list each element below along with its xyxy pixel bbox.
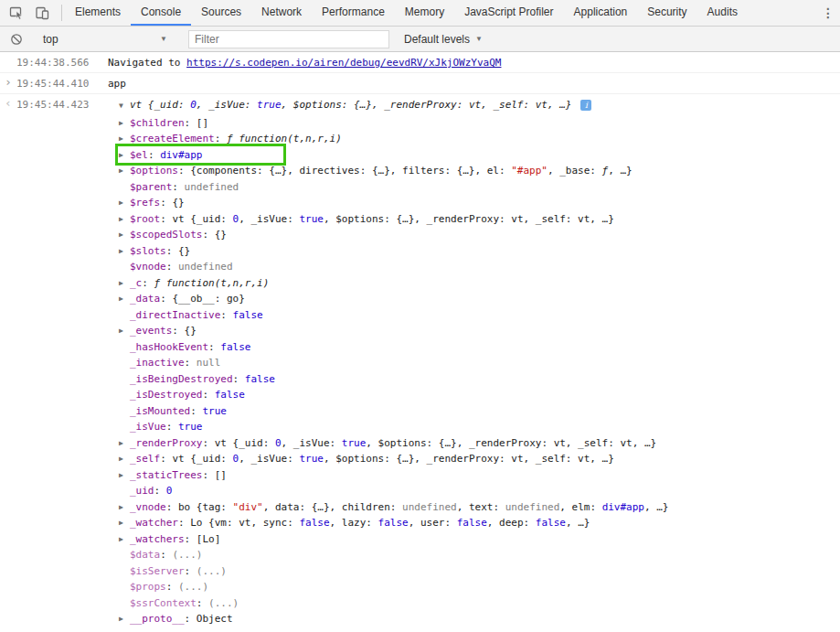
console-message: 19:44:38.566Navigated to https://s.codep… (0, 52, 840, 73)
colon-separator: : (202, 229, 214, 241)
tree-row[interactable]: ▶$refs: {} (16, 195, 833, 211)
getter-invoke-button[interactable]: (...) (197, 565, 227, 577)
input-expression: app (108, 78, 126, 90)
console-input-chevron-icon: › (5, 75, 12, 89)
expand-arrow-icon[interactable]: ▶ (119, 515, 130, 531)
expand-arrow-icon[interactable]: ▶ (119, 131, 130, 147)
expand-arrow-icon[interactable]: ▼ (119, 99, 130, 112)
getter-invoke-button[interactable]: (...) (178, 581, 208, 593)
expand-arrow-icon[interactable]: ▶ (119, 195, 130, 211)
tab-network[interactable]: Network (251, 0, 312, 26)
value-segment: , …} (566, 517, 590, 529)
colon-separator: : (160, 197, 172, 209)
expand-arrow-icon[interactable]: ▶ (119, 227, 130, 243)
tab-performance[interactable]: Performance (312, 0, 395, 26)
filter-input[interactable] (188, 30, 389, 48)
tree-row[interactable]: ▶_watcher: Lo {vm: vt, sync: false, lazy… (16, 515, 833, 531)
tab-security[interactable]: Security (637, 0, 696, 26)
property-name: _watcher (130, 517, 178, 529)
tab-application[interactable]: Application (564, 0, 638, 26)
property-name: _renderProxy (130, 437, 202, 449)
tree-row[interactable]: ▶_vnode: bo {tag: "div", data: {…}, chil… (16, 499, 833, 516)
property-name: $scopedSlots (130, 229, 202, 241)
expand-arrow-icon[interactable]: ▶ (119, 435, 130, 452)
value-segment: , _isVue: (197, 99, 257, 111)
tree-row[interactable]: ▶$root: vt {_uid: 0, _isVue: true, $opti… (16, 211, 833, 228)
console-link[interactable]: https://s.codepen.io/airen/debug/eevdRV/… (186, 57, 501, 69)
tree-row[interactable]: ▶$options: {components: {…}, directives:… (16, 163, 833, 179)
tree-row: _directInactive: false (16, 307, 833, 324)
tree-row: _isBeingDestroyed: false (16, 371, 833, 388)
tree-row[interactable]: ▶_c: ƒ function(t,n,r,i) (16, 275, 833, 292)
value-segment: false (536, 517, 566, 529)
tree-row[interactable]: ▶_data: {__ob__: go} (16, 291, 833, 307)
value-segment: vt {_uid: (215, 437, 275, 449)
expand-arrow-icon[interactable]: ▶ (119, 323, 130, 339)
tab-memory[interactable]: Memory (395, 0, 454, 26)
tree-row[interactable]: ▶$scopedSlots: {} (16, 227, 833, 243)
expand-arrow-icon[interactable]: ▶ (119, 611, 130, 627)
tab-audits[interactable]: Audits (697, 0, 748, 26)
tab-sources[interactable]: Sources (191, 0, 251, 26)
tree-row[interactable]: ▶$children: [] (16, 115, 833, 132)
value-segment: false (378, 517, 409, 529)
property-name: $refs (130, 197, 160, 209)
expand-arrow-icon[interactable]: ▶ (119, 275, 130, 292)
clear-console-icon[interactable] (4, 27, 29, 51)
property-name: _isDestroyed (130, 389, 202, 401)
value-segment: , data: {…}, children: (263, 501, 402, 513)
expand-arrow-icon[interactable]: ▶ (119, 163, 130, 179)
execution-context-select[interactable]: top ▼ (36, 29, 175, 49)
expand-arrow-icon[interactable]: ▶ (119, 291, 130, 307)
value-segment: "div" (233, 501, 263, 513)
tree-row[interactable]: ▶_renderProxy: vt {_uid: 0, _isVue: true… (16, 435, 833, 452)
execution-context-value: top (43, 33, 58, 46)
value-segment: , $options: {…}, _renderProxy: vt, _self… (366, 437, 656, 449)
log-levels-select[interactable]: Default levels ▼ (400, 29, 486, 49)
property-name: _isMounted (130, 405, 190, 417)
value-segment: true (178, 421, 203, 433)
expand-arrow-icon[interactable]: ▶ (119, 451, 130, 467)
value-segment: false (457, 517, 487, 529)
tree-row[interactable]: ▶_self: vt {_uid: 0, _isVue: true, $opti… (16, 451, 833, 467)
value-segment: , text: (457, 501, 505, 513)
log-levels-value: Default levels (404, 33, 470, 46)
tab-console[interactable]: Console (131, 0, 191, 26)
expand-arrow-icon[interactable]: ▶ (119, 531, 130, 548)
console-messages: 19:44:38.566Navigated to https://s.codep… (0, 52, 840, 630)
expand-arrow-icon[interactable]: ▶ (119, 467, 130, 484)
tree-row: $props: (...) (16, 579, 833, 595)
tab-javascript-profiler[interactable]: JavaScript Profiler (454, 0, 563, 26)
value-segment: false (245, 373, 275, 385)
colon-separator: : (190, 405, 202, 417)
colon-separator: : (160, 549, 172, 561)
value-segment: false (299, 517, 329, 529)
value-segment: "#app" (511, 165, 548, 177)
value-segment: undefined (402, 501, 457, 513)
colon-separator: : (172, 181, 184, 193)
device-toolbar-icon[interactable] (29, 1, 55, 25)
tree-row[interactable]: ▶__proto__: Object (16, 611, 833, 627)
expand-arrow-icon[interactable]: ▶ (119, 147, 130, 164)
getter-invoke-button[interactable]: (...) (208, 597, 239, 609)
expand-arrow-icon[interactable]: ▶ (119, 211, 130, 228)
colon-separator: : (185, 533, 197, 545)
property-name: $createElement (130, 133, 215, 145)
tree-row[interactable]: ▶$el: div#app (16, 147, 833, 164)
property-name: $ssrContext (130, 597, 197, 609)
tree-row[interactable]: ▶$slots: {} (16, 243, 833, 260)
inspect-cursor-icon[interactable] (4, 1, 29, 25)
value-segment: 0 (275, 437, 282, 449)
expand-arrow-icon[interactable]: ▶ (119, 115, 130, 132)
expand-arrow-icon[interactable]: ▶ (119, 243, 130, 260)
tree-row[interactable]: ▶_watchers: [Lo] (16, 531, 833, 548)
more-options-icon[interactable]: ⋮ (816, 0, 840, 26)
tree-row[interactable]: ▶_staticTrees: [] (16, 467, 833, 484)
tree-row[interactable]: ▶$createElement: ƒ function(t,n,r,i) (16, 131, 833, 147)
tree-row[interactable]: ▶_events: {} (16, 323, 833, 339)
value-segment: , $options: {…}, _renderProxy: vt, _self… (324, 453, 614, 465)
tab-elements[interactable]: Elements (65, 0, 131, 26)
expand-arrow-icon[interactable]: ▶ (119, 499, 130, 516)
getter-invoke-button[interactable]: (...) (172, 549, 202, 561)
value-segment: {} (172, 197, 184, 209)
